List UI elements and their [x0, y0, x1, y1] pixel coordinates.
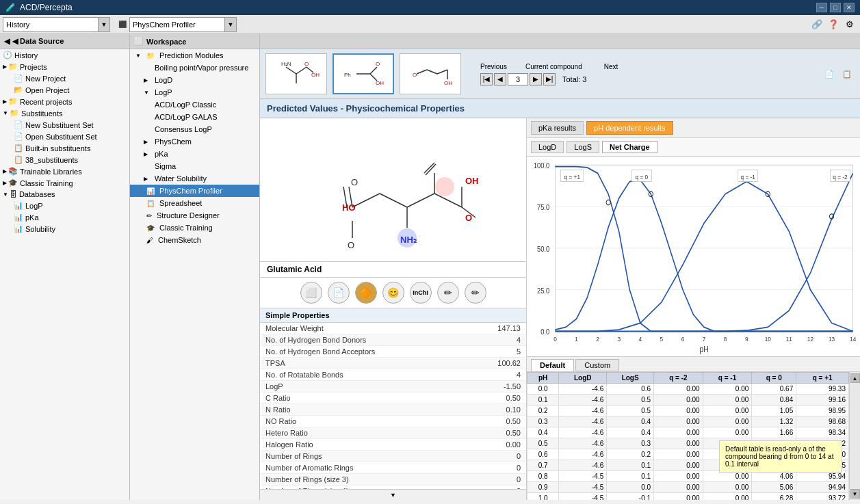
tree-item-logp[interactable]: 📊 LogP [0, 200, 129, 211]
tab-ph-dependent[interactable]: pH dependent results [586, 121, 673, 135]
scroll-up-btn[interactable]: ▲ [850, 373, 860, 383]
scroll-down-btn[interactable]: ▼ [850, 489, 860, 499]
settings-icon[interactable]: ⚙ [842, 17, 857, 32]
link-icon[interactable]: 🔗 [809, 17, 824, 32]
section-headers: ◀ ◀ Data Source ⬜ Workspace [0, 34, 860, 49]
mtree-consensus-logp[interactable]: Consensus LogP [130, 123, 259, 135]
profile-dropdown[interactable]: PhysChem Profiler [129, 17, 225, 32]
table-scrollbar[interactable]: ▲ ▼ [849, 372, 860, 500]
recent-expand-icon: ▶ [3, 98, 7, 105]
copy-icon[interactable]: 📋 [839, 66, 855, 81]
tree-item-new-project[interactable]: 📄 New Project [0, 72, 129, 84]
tree-item-databases[interactable]: ▼ 🗄 Databases [0, 189, 129, 200]
table-scroll-area[interactable]: pH LogD LogS q = -2 q = -1 q = 0 q = +1 [527, 372, 849, 500]
tree-item-solubility[interactable]: 📊 Solubility [0, 223, 129, 235]
mtree-prediction-modules[interactable]: ▼ 📁 Prediction Modules [130, 49, 259, 62]
tree-item-pka[interactable]: 📊 pKa [0, 211, 129, 223]
mtree-label-chemsketch: ChemSketch [158, 236, 201, 244]
mtree-classic-training[interactable]: 🎓 Classic Training [130, 222, 259, 234]
table-row: 0.4-4.60.40.000.001.6698.34 [527, 427, 849, 438]
middle-panel: ▼ 📁 Prediction Modules Boiling point/Vap… [130, 49, 260, 500]
svg-text:0.0: 0.0 [540, 328, 549, 336]
compound-thumb-1[interactable]: H₂N O OH [265, 53, 327, 94]
tool-btn-7[interactable]: ✏ [465, 282, 486, 304]
tree-item-substituents[interactable]: ▼ 📁 Substituents [0, 107, 129, 119]
mtree-physchem-profiler[interactable]: 📊 PhysChem Profiler [130, 185, 259, 197]
tree-item-new-subst[interactable]: 📄 New Substituent Set [0, 119, 129, 131]
close-button[interactable]: ✕ [844, 3, 855, 12]
mtree-boiling[interactable]: Boiling point/Vapor pressure [130, 62, 259, 74]
svg-text:HO: HO [342, 202, 356, 213]
maximize-button[interactable]: □ [830, 3, 841, 12]
nav-prev-btn[interactable]: ◀ [494, 73, 506, 85]
mtree-pka-menu[interactable]: ▶ pKa [130, 148, 259, 160]
help-icon[interactable]: ❓ [826, 17, 841, 32]
minimize-button[interactable]: ─ [816, 3, 827, 12]
new-subst-icon: 📄 [14, 120, 23, 129]
tree-item-trainable[interactable]: ▶ 📚 Trainable Libraries [0, 165, 129, 177]
tree-item-history[interactable]: 🕐 History [0, 49, 129, 61]
col-q-minus2: q = -2 [654, 373, 703, 384]
current-compound-input[interactable] [508, 73, 528, 85]
svg-text:O: O [413, 72, 417, 78]
compound-thumb-2[interactable]: Ph O OH [333, 53, 394, 94]
mtree-sigma[interactable]: Sigma [130, 160, 259, 172]
pdf-icon[interactable]: 📄 [822, 66, 837, 81]
nav-next-btn[interactable]: ▶ [530, 73, 542, 85]
tree-item-recent-projects[interactable]: ▶ 📁 Recent projects [0, 96, 129, 107]
mtree-logp-galas[interactable]: ACD/LogP GALAS [130, 111, 259, 123]
tab-pka-results[interactable]: pKa results [531, 121, 584, 135]
prop-hbd: No. of Hydrogen Bond Donors 4 [260, 334, 526, 346]
prop-tpsa: TPSA 100.62 [260, 358, 526, 369]
nav-first-btn[interactable]: |◀ [480, 73, 493, 85]
tree-item-open-subst[interactable]: 📄 Open Substituent Set [0, 131, 129, 142]
mtree-logp-menu[interactable]: ▼ LogP [130, 86, 259, 98]
data-tab-custom[interactable]: Custom [575, 359, 619, 371]
mtree-spreadsheet[interactable]: 📋 Spreadsheet [130, 197, 259, 209]
tree-item-open-project[interactable]: 📂 Open Project [0, 84, 129, 96]
tool-btn-1[interactable]: ⬜ [300, 282, 322, 304]
38-subst-icon: 📋 [14, 155, 23, 164]
mtree-chemsketch[interactable]: 🖌 ChemSketch [130, 234, 259, 246]
mtree-label-boiling: Boiling point/Vapor pressure [155, 64, 248, 72]
nav-last-btn[interactable]: ▶| [543, 73, 556, 85]
workspace-tree: ▼ 📁 Prediction Modules Boiling point/Vap… [130, 49, 259, 500]
tree-item-projects[interactable]: ▶ 📁 Projects [0, 61, 129, 72]
history-dropdown[interactable]: History [3, 17, 99, 32]
mtree-logp-classic[interactable]: ACD/LogP Classic [130, 98, 259, 111]
tool-btn-3[interactable]: 🔶 [355, 282, 377, 304]
mtree-water-sol[interactable]: ▶ Water Solubility [130, 172, 259, 185]
subtab-logd[interactable]: LogD [531, 141, 564, 153]
left-tree: 🕐 History ▶ 📁 Projects 📄 New Project 📂 O… [0, 49, 129, 500]
subtab-net-charge[interactable]: Net Charge [602, 141, 657, 153]
tool-btn-2[interactable]: 📄 [328, 282, 350, 304]
profile-dropdown-btn[interactable]: ▼ [224, 17, 237, 32]
tree-item-builtin-subst[interactable]: 📋 Built-in substituents [0, 142, 129, 154]
logd-expand: ▶ [144, 77, 152, 83]
data-table-section: Default Custom pH LogD LogS [527, 356, 860, 500]
col-q-0: q = 0 [752, 373, 796, 384]
title-bar-left: 🧪 ACD/Percepta [5, 3, 73, 12]
table-row: 0.1-4.60.50.000.000.8499.16 [527, 395, 849, 406]
svg-text:pH: pH [699, 345, 708, 354]
compound-thumb-3[interactable]: OH O [400, 53, 461, 94]
tool-btn-6[interactable]: ✏ [437, 282, 459, 304]
tree-item-38-subst[interactable]: 📋 38_substituents [0, 154, 129, 165]
tree-item-classic-training[interactable]: ▶ 🎓 Classic Training [0, 177, 129, 189]
data-tab-default[interactable]: Default [531, 359, 574, 371]
tool-btn-5[interactable]: InChI [410, 282, 432, 304]
mtree-structure-designer[interactable]: ✏ Structure Designer [130, 209, 259, 222]
mtree-physchem[interactable]: ▶ PhysChem [130, 135, 259, 148]
tool-btn-4[interactable]: 😊 [382, 282, 404, 304]
collapse-icon[interactable]: ◀ [4, 37, 10, 46]
subtab-logs[interactable]: LogS [566, 141, 599, 153]
builtin-subst-icon: 📋 [14, 144, 23, 152]
prop-hetero-ratio: Hetero Ratio 0.50 [260, 427, 526, 439]
props-scroll-indicator: ▼ [260, 489, 526, 500]
mtree-logd[interactable]: ▶ LogD [130, 74, 259, 86]
svg-line-21 [407, 194, 434, 207]
workspace-expand-icon[interactable]: ⬜ [134, 37, 144, 46]
history-dropdown-btn[interactable]: ▼ [98, 17, 110, 32]
table-row: 0.2-4.60.50.000.001.0598.95 [527, 406, 849, 416]
tree-label-open-project: Open Project [25, 86, 69, 94]
